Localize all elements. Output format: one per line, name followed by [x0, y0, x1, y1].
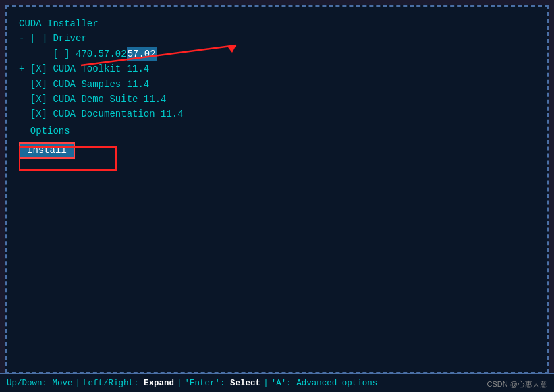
demo-text: [X] CUDA Demo Suite 11.4 — [19, 92, 166, 107]
options-line[interactable]: Options — [19, 123, 535, 138]
watermark: CSDN @心惠大意 — [487, 379, 547, 389]
driver-line[interactable]: - [ ] Driver — [19, 31, 535, 46]
demo-line[interactable]: [X] CUDA Demo Suite 11.4 — [19, 92, 535, 107]
install-button[interactable]: Install — [19, 142, 75, 159]
title-text: CUDA Installer — [19, 16, 99, 31]
status-advanced: 'A': Advanced options — [271, 379, 378, 388]
status-enter: 'Enter': Select — [185, 379, 261, 388]
expand-label: Expand — [144, 379, 174, 388]
docs-line[interactable]: [X] CUDA Documentation 11.4 — [19, 107, 535, 121]
driver-version-prefix: [ ] 470.57.02 — [19, 47, 127, 61]
driver-version-line[interactable]: [ ] 470.57.0257.02 — [19, 47, 535, 61]
options-text: Options — [19, 123, 70, 138]
toolkit-text: + [X] CUDA Toolkit 11.4 — [19, 61, 149, 76]
select-label: Select — [230, 379, 260, 388]
toolkit-line[interactable]: + [X] CUDA Toolkit 11.4 — [19, 61, 535, 76]
install-line[interactable]: Install — [19, 141, 535, 159]
status-updown: Up/Down: Move — [7, 379, 73, 388]
title-line: CUDA Installer — [19, 16, 535, 31]
driver-text: - [ ] Driver — [19, 31, 87, 46]
samples-text: [X] CUDA Samples 11.4 — [19, 77, 149, 92]
driver-version-highlight: 57.02 — [127, 47, 157, 61]
status-leftright: Left/Right: Expand — [83, 379, 174, 388]
docs-text: [X] CUDA Documentation 11.4 — [19, 107, 184, 121]
samples-line[interactable]: [X] CUDA Samples 11.4 — [19, 77, 535, 92]
status-bar: Up/Down: Move | Left/Right: Expand | 'En… — [0, 373, 554, 392]
